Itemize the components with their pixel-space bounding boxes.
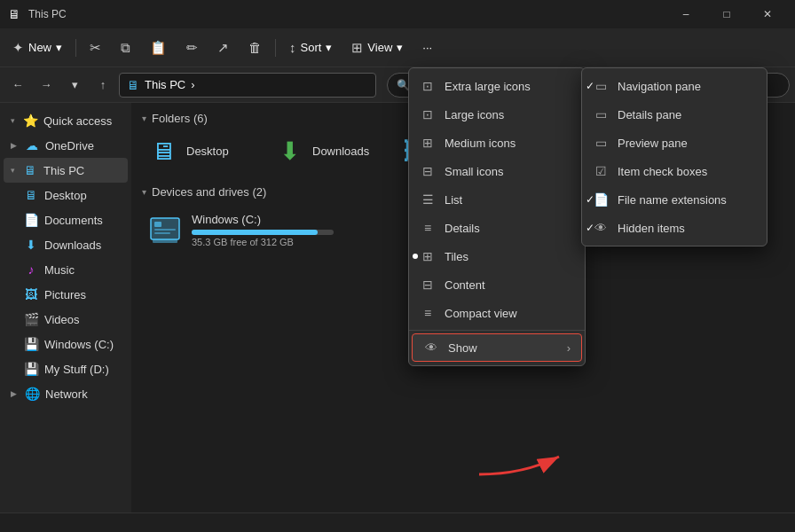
copy-button[interactable]: ⧉ [112, 32, 139, 64]
menu-item-small-icons[interactable]: ⊟ Small icons [409, 157, 585, 185]
sidebar-label-pictures: Pictures [44, 288, 86, 301]
pictures-icon: 🖼 [23, 287, 39, 301]
folder-desktop[interactable]: 🖥 Desktop [142, 134, 257, 168]
sidebar-item-videos[interactable]: 🎬 Videos [4, 307, 128, 332]
new-button[interactable]: ✦ New ▾ [4, 32, 71, 64]
menu-label-list: List [445, 193, 462, 207]
submenu-label-details-pane: Details pane [618, 108, 681, 121]
my-stuff-icon: 💾 [23, 362, 39, 376]
maximize-button[interactable]: □ [706, 0, 747, 28]
menu-label-medium-icons: Medium icons [445, 137, 516, 150]
submenu-label-preview-pane: Preview pane [618, 137, 688, 150]
file-ext-icon: 📄 [593, 192, 609, 207]
new-label: New [28, 41, 51, 54]
sidebar-label-network: Network [45, 387, 88, 401]
menu-item-tiles[interactable]: ⊞ Tiles [409, 242, 585, 270]
paste-button[interactable]: 📋 [141, 32, 176, 64]
close-button[interactable]: ✕ [747, 0, 788, 28]
sort-button[interactable]: ↕ Sort ▾ [280, 32, 341, 64]
sidebar-item-network[interactable]: ▶ 🌐 Network [4, 381, 128, 406]
details-pane-icon: ▭ [593, 107, 609, 121]
list-icon: ☰ [420, 192, 436, 207]
sidebar-item-documents[interactable]: 📄 Documents [4, 207, 128, 232]
menu-item-content[interactable]: ⊟ Content [409, 270, 585, 299]
delete-button[interactable]: 🗑 [240, 32, 271, 64]
sidebar-item-desktop[interactable]: 🖥 Desktop [4, 183, 128, 207]
address-box[interactable]: 🖥 This PC › [119, 73, 376, 98]
svg-rect-4 [154, 229, 176, 231]
preview-pane-icon: ▭ [593, 136, 609, 150]
forward-button[interactable]: → [34, 73, 59, 98]
menu-label-extra-large: Extra large icons [445, 80, 531, 93]
drive-bar [192, 230, 318, 235]
item-checkboxes-icon: ☑ [593, 164, 609, 178]
folder-name-desktop: Desktop [186, 145, 229, 158]
sidebar-item-onedrive[interactable]: ▶ ☁ OneDrive [4, 133, 128, 158]
recent-locations-button[interactable]: ▾ [62, 73, 87, 98]
status-bar [0, 512, 795, 532]
more-icon: ··· [422, 41, 432, 54]
show-arrow-icon: › [567, 341, 571, 355]
toolbar-separator-1 [75, 39, 76, 57]
toolbar: ✦ New ▾ ✂ ⧉ 📋 ✏ ↗ 🗑 ↕ Sort ▾ ⊞ View ▾ ··… [0, 28, 795, 67]
show-submenu: ✓ ▭ Navigation pane ▭ Details pane ▭ Pre… [581, 67, 767, 246]
sidebar-item-pictures[interactable]: 🖼 Pictures [4, 282, 128, 307]
sidebar-label-videos: Videos [44, 313, 80, 326]
sidebar-item-my-stuff-d[interactable]: 💾 My Stuff (D:) [4, 356, 128, 381]
back-button[interactable]: ← [5, 73, 30, 98]
chevron-icon: ▶ [11, 141, 17, 150]
sidebar-item-downloads[interactable]: ⬇ Downloads [4, 232, 128, 257]
submenu-item-nav-pane[interactable]: ✓ ▭ Navigation pane [582, 72, 767, 100]
menu-item-details[interactable]: ≡ Details [409, 214, 585, 242]
new-chevron: ▾ [56, 41, 62, 54]
menu-item-show[interactable]: 👁 Show › [412, 333, 582, 362]
breadcrumb-pc-icon: 🖥 [127, 78, 139, 92]
large-icons-icon: ⊡ [420, 107, 436, 121]
drive-bar-wrap [192, 230, 334, 235]
share-button[interactable]: ↗ [209, 32, 238, 64]
more-button[interactable]: ··· [413, 32, 441, 64]
menu-label-show: Show [448, 341, 477, 355]
menu-item-compact[interactable]: ≡ Compact view [409, 299, 585, 327]
sidebar-item-this-pc[interactable]: ▾ 🖥 This PC [4, 158, 128, 183]
new-icon: ✦ [12, 40, 24, 56]
details-icon: ≡ [420, 221, 436, 235]
chevron-icon: ▾ [11, 116, 15, 125]
cut-icon: ✂ [90, 40, 101, 56]
share-icon: ↗ [217, 40, 229, 56]
delete-icon: 🗑 [248, 40, 262, 55]
sidebar-label-music: Music [44, 263, 75, 277]
submenu-item-file-ext[interactable]: ✓ 📄 File name extensions [582, 185, 767, 214]
sidebar-item-music[interactable]: ♪ Music [4, 257, 128, 282]
submenu-item-hidden-items[interactable]: ✓ 👁 Hidden items [582, 214, 767, 242]
minimize-button[interactable]: – [665, 0, 706, 28]
toolbar-separator-2 [275, 39, 276, 57]
drives-chevron-icon: ▾ [142, 187, 146, 197]
breadcrumb-text: This PC [145, 78, 185, 91]
copy-icon: ⧉ [121, 40, 130, 56]
menu-item-medium-icons[interactable]: ⊞ Medium icons [409, 129, 585, 157]
rename-button[interactable]: ✏ [177, 32, 207, 64]
up-button[interactable]: ↑ [91, 73, 115, 98]
folder-downloads[interactable]: ⬇ Downloads [268, 134, 383, 168]
sidebar-item-windows-c[interactable]: 💾 Windows (C:) [4, 332, 128, 356]
view-button[interactable]: ⊞ View ▾ [342, 32, 412, 64]
view-dropdown-menu: ⊡ Extra large icons ⊡ Large icons ⊞ Medi… [408, 67, 586, 366]
submenu-item-details-pane[interactable]: ▭ Details pane [582, 100, 767, 129]
quick-access-icon: ⭐ [22, 113, 38, 128]
submenu-item-item-checkboxes[interactable]: ☑ Item check boxes [582, 157, 767, 185]
sidebar-label-documents: Documents [44, 214, 103, 227]
network-icon: 🌐 [24, 387, 40, 401]
menu-item-large-icons[interactable]: ⊡ Large icons [409, 100, 585, 129]
sidebar-label-this-pc: This PC [43, 164, 84, 177]
submenu-item-preview-pane[interactable]: ▭ Preview pane [582, 129, 767, 157]
desktop-folder-icon: 🖥 [147, 137, 179, 164]
sidebar-item-quick-access[interactable]: ▾ ⭐ Quick access [4, 108, 128, 133]
view-chevron: ▾ [397, 41, 403, 54]
sort-icon: ↕ [289, 40, 296, 55]
menu-item-extra-large[interactable]: ⊡ Extra large icons [409, 72, 585, 100]
nav-pane-icon: ▭ [593, 79, 609, 93]
menu-item-list[interactable]: ☰ List [409, 185, 585, 214]
cut-button[interactable]: ✂ [81, 32, 110, 64]
paste-icon: 📋 [150, 40, 167, 56]
